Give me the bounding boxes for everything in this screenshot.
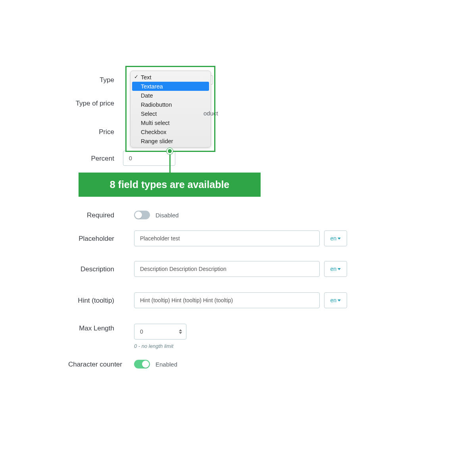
percent-label: Percent — [60, 154, 123, 163]
type-of-price-partial-text: oduct — [203, 110, 218, 117]
placeholder-input[interactable]: Placeholder test — [134, 230, 320, 246]
info-banner: 8 field types are available — [79, 173, 261, 197]
caret-down-icon — [338, 299, 341, 301]
type-option-text[interactable]: Text — [132, 73, 209, 82]
type-option-checkbox[interactable]: Checkbox — [132, 127, 209, 136]
caret-down-icon — [338, 238, 341, 240]
percent-value: 0 — [129, 155, 132, 161]
required-state-label: Disabled — [155, 212, 178, 219]
placeholder-label: Placeholder — [60, 234, 123, 243]
number-stepper-icon[interactable] — [179, 328, 183, 335]
placeholder-value: Placeholder test — [140, 235, 180, 242]
type-option-select[interactable]: Select — [132, 109, 209, 118]
type-option-multiselect[interactable]: Multi select — [132, 118, 209, 127]
hint-input[interactable]: Hint (tooltip) Hint (tooltip) Hint (tool… — [134, 292, 320, 308]
type-label: Type — [60, 75, 123, 84]
lang-code: en — [330, 297, 337, 303]
hint-label: Hint (tooltip) — [60, 296, 123, 305]
type-option-date[interactable]: Date — [132, 91, 209, 100]
char-counter-label: Character counter — [60, 360, 131, 369]
type-option-rangeslider[interactable]: Range slider — [132, 136, 209, 146]
max-length-help: 0 - no length limit — [134, 343, 186, 349]
max-length-label: Max Length — [60, 324, 123, 332]
description-lang-button[interactable]: en — [324, 261, 347, 277]
lang-code: en — [330, 235, 337, 242]
placeholder-lang-button[interactable]: en — [324, 230, 347, 246]
type-option-textarea[interactable]: Textarea — [132, 82, 209, 91]
char-counter-state-label: Enabled — [155, 361, 177, 368]
type-dropdown[interactable]: Text Textarea Date Radiobutton Select Mu… — [130, 71, 211, 148]
callout-dot — [167, 148, 173, 154]
lang-code: en — [330, 266, 337, 272]
type-of-price-label: Type of price — [60, 99, 123, 107]
description-input[interactable]: Description Description Description — [134, 261, 320, 277]
required-toggle[interactable] — [134, 211, 150, 219]
max-length-input[interactable]: 0 — [134, 324, 186, 340]
hint-lang-button[interactable]: en — [324, 292, 347, 308]
required-label: Required — [60, 211, 123, 219]
char-counter-toggle[interactable] — [134, 360, 150, 369]
caret-down-icon — [338, 268, 341, 270]
price-label: Price — [60, 127, 123, 136]
description-value: Description Description Description — [140, 266, 226, 272]
hint-value: Hint (tooltip) Hint (tooltip) Hint (tool… — [140, 297, 233, 303]
max-length-value: 0 — [140, 328, 143, 335]
description-label: Description — [60, 265, 123, 273]
type-option-radiobutton[interactable]: Radiobutton — [132, 100, 209, 109]
